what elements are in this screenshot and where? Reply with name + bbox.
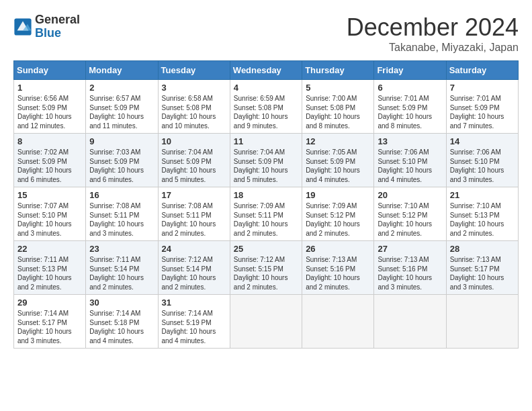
day-number: 7 xyxy=(450,83,515,93)
cell-info: Sunrise: 7:14 AMSunset: 5:17 PMDaylight:… xyxy=(17,310,72,345)
calendar-cell: 15Sunrise: 7:07 AMSunset: 5:10 PMDayligh… xyxy=(14,187,86,241)
calendar-cell: 12Sunrise: 7:05 AMSunset: 5:09 PMDayligh… xyxy=(302,134,374,187)
cell-info: Sunrise: 7:11 AMSunset: 5:14 PMDaylight:… xyxy=(89,256,144,291)
calendar-cell: 25Sunrise: 7:12 AMSunset: 5:15 PMDayligh… xyxy=(230,241,302,295)
cell-info: Sunrise: 7:10 AMSunset: 5:12 PMDaylight:… xyxy=(378,202,432,237)
location: Takanabe, Miyazaki, Japan xyxy=(347,42,519,54)
calendar-cell: 4Sunrise: 6:59 AMSunset: 5:08 PMDaylight… xyxy=(230,80,302,134)
cell-info: Sunrise: 6:57 AMSunset: 5:09 PMDaylight:… xyxy=(89,95,144,130)
calendar-cell: 6Sunrise: 7:01 AMSunset: 5:09 PMDaylight… xyxy=(374,80,446,134)
day-number: 25 xyxy=(234,244,298,254)
day-number: 12 xyxy=(306,136,370,146)
cell-info: Sunrise: 7:00 AMSunset: 5:08 PMDaylight:… xyxy=(306,95,360,130)
page-header: General Blue December 2024 Takanabe, Miy… xyxy=(13,13,519,54)
cell-info: Sunrise: 7:06 AMSunset: 5:10 PMDaylight:… xyxy=(378,148,432,183)
cell-info: Sunrise: 7:09 AMSunset: 5:12 PMDaylight:… xyxy=(306,202,360,237)
cell-info: Sunrise: 7:08 AMSunset: 5:11 PMDaylight:… xyxy=(89,202,144,237)
calendar-cell: 31Sunrise: 7:14 AMSunset: 5:19 PMDayligh… xyxy=(158,295,230,349)
calendar-cell: 3Sunrise: 6:58 AMSunset: 5:08 PMDaylight… xyxy=(158,80,230,134)
calendar-cell xyxy=(374,295,446,349)
calendar-week-2: 8Sunrise: 7:02 AMSunset: 5:09 PMDaylight… xyxy=(14,134,519,187)
day-number: 2 xyxy=(89,83,154,93)
day-number: 13 xyxy=(378,136,442,146)
day-number: 19 xyxy=(306,190,370,200)
calendar-cell: 16Sunrise: 7:08 AMSunset: 5:11 PMDayligh… xyxy=(86,187,158,241)
calendar-cell xyxy=(230,295,302,349)
cell-info: Sunrise: 7:04 AMSunset: 5:09 PMDaylight:… xyxy=(234,148,288,183)
day-number: 4 xyxy=(234,83,298,93)
header-tuesday: Tuesday xyxy=(158,61,230,80)
cell-info: Sunrise: 7:14 AMSunset: 5:19 PMDaylight:… xyxy=(162,310,216,345)
logo-general: General xyxy=(35,13,80,27)
cell-info: Sunrise: 7:06 AMSunset: 5:10 PMDaylight:… xyxy=(450,148,504,183)
calendar-cell: 21Sunrise: 7:10 AMSunset: 5:13 PMDayligh… xyxy=(446,187,518,241)
calendar-cell xyxy=(302,295,374,349)
day-number: 1 xyxy=(17,83,82,93)
calendar-cell: 19Sunrise: 7:09 AMSunset: 5:12 PMDayligh… xyxy=(302,187,374,241)
calendar-cell: 11Sunrise: 7:04 AMSunset: 5:09 PMDayligh… xyxy=(230,134,302,187)
day-number: 30 xyxy=(89,298,154,308)
day-number: 21 xyxy=(450,190,515,200)
cell-info: Sunrise: 6:56 AMSunset: 5:09 PMDaylight:… xyxy=(17,95,72,130)
header-thursday: Thursday xyxy=(302,61,374,80)
cell-info: Sunrise: 7:04 AMSunset: 5:09 PMDaylight:… xyxy=(162,148,216,183)
day-number: 18 xyxy=(234,190,298,200)
logo-text: General Blue xyxy=(35,13,80,40)
cell-info: Sunrise: 7:13 AMSunset: 5:16 PMDaylight:… xyxy=(306,256,360,291)
header-friday: Friday xyxy=(374,61,446,80)
calendar-cell: 24Sunrise: 7:12 AMSunset: 5:14 PMDayligh… xyxy=(158,241,230,295)
day-number: 20 xyxy=(378,190,442,200)
day-number: 3 xyxy=(162,83,226,93)
header-sunday: Sunday xyxy=(14,61,86,80)
month-title: December 2024 xyxy=(347,13,519,42)
day-number: 11 xyxy=(234,136,298,146)
cell-info: Sunrise: 7:09 AMSunset: 5:11 PMDaylight:… xyxy=(234,202,288,237)
title-section: December 2024 Takanabe, Miyazaki, Japan xyxy=(347,13,519,54)
calendar-cell: 20Sunrise: 7:10 AMSunset: 5:12 PMDayligh… xyxy=(374,187,446,241)
day-number: 24 xyxy=(162,244,226,254)
calendar-week-4: 22Sunrise: 7:11 AMSunset: 5:13 PMDayligh… xyxy=(14,241,519,295)
cell-info: Sunrise: 7:10 AMSunset: 5:13 PMDaylight:… xyxy=(450,202,504,237)
day-number: 28 xyxy=(450,244,515,254)
day-number: 26 xyxy=(306,244,370,254)
calendar-cell: 30Sunrise: 7:14 AMSunset: 5:18 PMDayligh… xyxy=(86,295,158,349)
calendar-week-1: 1Sunrise: 6:56 AMSunset: 5:09 PMDaylight… xyxy=(14,80,519,134)
day-number: 17 xyxy=(162,190,226,200)
day-number: 22 xyxy=(17,244,82,254)
calendar-cell xyxy=(446,295,518,349)
logo-icon xyxy=(13,17,32,36)
cell-info: Sunrise: 7:05 AMSunset: 5:09 PMDaylight:… xyxy=(306,148,360,183)
day-number: 31 xyxy=(162,298,226,308)
logo-blue: Blue xyxy=(35,27,80,40)
calendar-cell: 5Sunrise: 7:00 AMSunset: 5:08 PMDaylight… xyxy=(302,80,374,134)
logo: General Blue xyxy=(13,13,80,40)
cell-info: Sunrise: 7:01 AMSunset: 5:09 PMDaylight:… xyxy=(450,95,504,130)
calendar-cell: 29Sunrise: 7:14 AMSunset: 5:17 PMDayligh… xyxy=(14,295,86,349)
cell-info: Sunrise: 7:11 AMSunset: 5:13 PMDaylight:… xyxy=(17,256,72,291)
calendar-week-5: 29Sunrise: 7:14 AMSunset: 5:17 PMDayligh… xyxy=(14,295,519,349)
day-number: 8 xyxy=(17,136,82,146)
cell-info: Sunrise: 7:02 AMSunset: 5:09 PMDaylight:… xyxy=(17,148,72,183)
calendar-cell: 18Sunrise: 7:09 AMSunset: 5:11 PMDayligh… xyxy=(230,187,302,241)
calendar-cell: 7Sunrise: 7:01 AMSunset: 5:09 PMDaylight… xyxy=(446,80,518,134)
header-wednesday: Wednesday xyxy=(230,61,302,80)
calendar-cell: 14Sunrise: 7:06 AMSunset: 5:10 PMDayligh… xyxy=(446,134,518,187)
day-number: 6 xyxy=(378,83,442,93)
day-number: 16 xyxy=(89,190,154,200)
cell-info: Sunrise: 7:08 AMSunset: 5:11 PMDaylight:… xyxy=(162,202,216,237)
day-number: 10 xyxy=(162,136,226,146)
day-number: 14 xyxy=(450,136,515,146)
calendar-cell: 17Sunrise: 7:08 AMSunset: 5:11 PMDayligh… xyxy=(158,187,230,241)
day-number: 5 xyxy=(306,83,370,93)
cell-info: Sunrise: 7:13 AMSunset: 5:17 PMDaylight:… xyxy=(450,256,504,291)
cell-info: Sunrise: 7:12 AMSunset: 5:14 PMDaylight:… xyxy=(162,256,216,291)
day-number: 23 xyxy=(89,244,154,254)
calendar-cell: 13Sunrise: 7:06 AMSunset: 5:10 PMDayligh… xyxy=(374,134,446,187)
calendar-cell: 9Sunrise: 7:03 AMSunset: 5:09 PMDaylight… xyxy=(86,134,158,187)
cell-info: Sunrise: 7:12 AMSunset: 5:15 PMDaylight:… xyxy=(234,256,288,291)
cell-info: Sunrise: 7:03 AMSunset: 5:09 PMDaylight:… xyxy=(89,148,144,183)
calendar-cell: 1Sunrise: 6:56 AMSunset: 5:09 PMDaylight… xyxy=(14,80,86,134)
calendar-cell: 22Sunrise: 7:11 AMSunset: 5:13 PMDayligh… xyxy=(14,241,86,295)
calendar-table: SundayMondayTuesdayWednesdayThursdayFrid… xyxy=(13,60,519,349)
calendar-cell: 23Sunrise: 7:11 AMSunset: 5:14 PMDayligh… xyxy=(86,241,158,295)
